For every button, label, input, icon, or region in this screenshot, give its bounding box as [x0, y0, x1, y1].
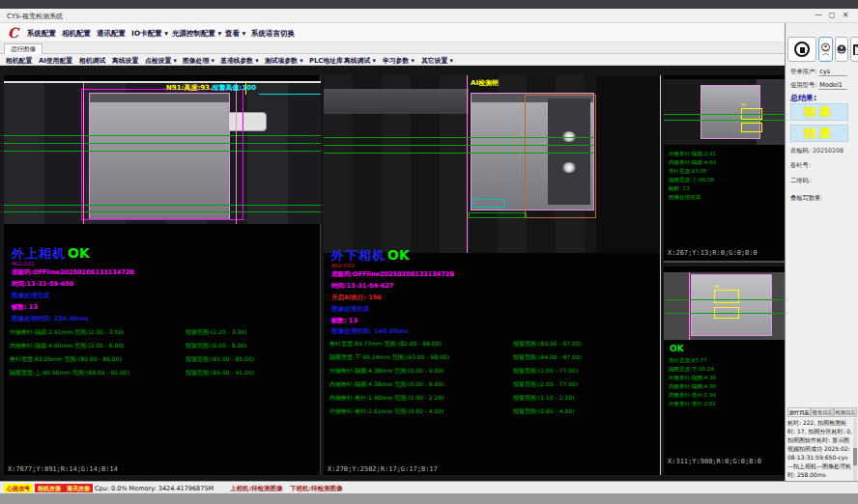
cpu-memory-readout: Cpu: 0.0% Memory: 3424.41796875M — [95, 485, 214, 492]
login-user-field[interactable]: cys — [818, 68, 847, 76]
reference-line — [324, 153, 594, 154]
model-row: 使用型号: Model1 — [790, 81, 847, 90]
measurement-value: 卷针宽度:83.05mm 范围:(80.00 - 86.00) — [10, 355, 122, 364]
user-dark-button[interactable] — [835, 37, 848, 62]
toolbar-image-process[interactable]: 图像处理 ▾ — [183, 56, 214, 66]
measurement-value: 内侧卷针-卷针:1.90mm 范围:(1.00 - 2.20) — [329, 394, 444, 403]
measurement-alarm: 报警范围:(2.20 - 3.30) — [186, 328, 246, 337]
result-line: 图像处理完成 — [669, 194, 701, 201]
menu-comm-config[interactable]: 通讯配置 — [97, 29, 126, 39]
title-bar[interactable]: CYS-视觉检测系统 —◻✕ — [0, 9, 858, 23]
exit-button[interactable] — [850, 37, 858, 62]
menu-light-config[interactable]: 光源控制配置 ▾ — [172, 29, 221, 39]
toolbar-other-settings[interactable]: 其它设置 ▾ — [421, 56, 453, 66]
login-user-row: 登录用户: cys — [790, 68, 847, 76]
yellow-detection-box — [741, 123, 762, 132]
toolbar: 相机配置 AI使用配置 相机调试 离线设置 点检设置 ▾ 图像处理 ▾ 基准线参… — [0, 54, 785, 66]
result-line: 内侧卷针-隔圈:4.38 — [669, 383, 716, 390]
camera-image-outer-upper[interactable]: N91:高度:93.报警高值:100 — [4, 81, 321, 224]
toolbar-camera-config[interactable]: 相机配置 — [6, 56, 32, 66]
measurement-alarm: 报警范围:(2.00 - 77.00) — [513, 380, 578, 389]
reference-line — [324, 137, 594, 138]
menu-system-config[interactable]: 系统配置 — [27, 29, 56, 39]
right-sidebar: 登录用户: cys 使用型号: Model1 总结果: 结果 结果 底板码: 2… — [785, 23, 858, 493]
reference-line — [664, 313, 785, 314]
user-select-button[interactable] — [818, 37, 833, 62]
toolbar-learn-params[interactable]: 学习参数 ▾ — [383, 56, 415, 66]
toolbar-spot-check[interactable]: 点检设置 ▾ — [145, 56, 177, 66]
status-bar: 心跳信号 相机连接 通讯连接 Cpu: 0.0% Memory: 3424.41… — [0, 481, 858, 493]
camera-image-outer-lower[interactable]: AI检测框 — [324, 75, 660, 253]
tab-run-image[interactable]: 运行图像 — [4, 43, 43, 54]
pixel-coordinates-readout: X:270;Y:2502;R:17;G:17;B:17 — [328, 465, 438, 473]
camera-image-inner-lower[interactable]: 95 — [664, 272, 785, 340]
toolbar-ai-config[interactable]: AI使用配置 — [39, 56, 72, 66]
ng-count-line: NG1:0/11 — [12, 261, 35, 266]
log-tab-vision[interactable]: 视觉日志 — [811, 407, 834, 417]
toolbar-plc-address[interactable]: PLC地址库 — [309, 56, 343, 66]
orange-detection-box — [525, 95, 596, 218]
reference-line — [664, 120, 785, 121]
toolbar-offline-debug[interactable]: 离线调试 ▾ — [344, 56, 376, 66]
ai-box-label: AI检测框 — [471, 78, 499, 88]
process-time-line: 图像处理时间: 140.00ms — [331, 327, 409, 336]
camera-panel-outer-upper: N91:高度:93.报警高值:100 外上相机OK NG1:0/11 底板码:O… — [4, 75, 321, 475]
ng-count-line: NG1:0/10 — [331, 263, 355, 268]
pixel-coordinates-readout: X:7677;Y:891;R:14;G:14;B:14 — [8, 465, 118, 473]
measurement-value: 隔圈宽度-上:90.56mm 范围:(88.00 - 92.00) — [10, 369, 129, 378]
toolbar-baseline-params[interactable]: 基准线参数 ▾ — [220, 56, 259, 66]
detection-box-label: 95 — [714, 284, 719, 289]
menu-language-switch[interactable]: 系统语言切换 — [251, 29, 295, 39]
machine-shadow — [596, 75, 660, 253]
reference-line — [4, 205, 321, 206]
toolbar-test-params[interactable]: 测试项参数 ▾ — [265, 56, 303, 66]
result-box-lower: 结果 — [790, 125, 848, 142]
user-icon — [820, 42, 831, 56]
ok-status: OK — [68, 245, 90, 261]
log-tab-run[interactable]: 运行日志 — [787, 407, 811, 417]
measurement-value: 外侧卷针-卷针:2.61mm 范围:(0.60 - 4.00) — [329, 407, 444, 416]
pixel-coordinates-readout: X:311;Y:980;R:0;G:0;B:0 — [668, 458, 761, 465]
result-line: 外侧卷针-隔膜:2.91 — [669, 151, 716, 157]
model-field[interactable]: Model1 — [818, 81, 847, 90]
board-code-row: 底板码: 20250208 — [790, 147, 844, 155]
window-title: CYS-视觉检测系统 — [7, 12, 63, 21]
frame-count-line: 帧数: 13 — [331, 317, 358, 325]
result-line: 卷针宽度:83.77 — [669, 357, 707, 364]
heartbeat-status-badge: 心跳信号 — [4, 484, 33, 492]
maximize-button[interactable]: ◻ — [825, 11, 839, 19]
upper-camera-status: 上相机:待检测图像 — [230, 485, 283, 493]
board-code-value: 20250208 — [813, 147, 844, 154]
toolbar-camera-debug[interactable]: 相机调试 — [79, 56, 105, 66]
board-code-line: 底板码:OFFline2025020813313472B — [12, 268, 134, 277]
exit-door-icon — [852, 43, 858, 56]
menu-camera-config[interactable]: 相机配置 — [62, 29, 91, 39]
stack-count-row: 叠板写数量: — [790, 194, 823, 203]
minimize-button[interactable]: — — [812, 11, 825, 19]
frame-count-line: 帧数: 13 — [12, 303, 38, 312]
pin-number-row: 卷针号: — [790, 161, 811, 170]
tab-strip: 运行图像 — [0, 42, 785, 54]
measurement-value: 隔圈宽度-下:95.24mm 范围:(93.00 - 98.00) — [329, 353, 449, 362]
result-line: 隔圈宽度-上:90.56 — [669, 177, 714, 183]
menu-io-config[interactable]: IO卡配置 ▾ — [131, 29, 168, 39]
measurement-alarm: 报警范围:(94.00 - 97.00) — [513, 353, 582, 362]
green-mark-box — [469, 212, 527, 218]
menu-view[interactable]: 查看 ▾ — [225, 29, 245, 39]
pixel-coordinates-readout: X:267;Y:13;R:0;G:0;B:0 — [668, 249, 758, 257]
camera-panel-inner-lower: 95 OK 卷针宽度:83.77 隔圈宽度-下:95.24 外侧卷针-隔圈:4.… — [664, 266, 785, 475]
camera-panel-inner-upper: 93 外侧卷针-隔膜:2.91 内侧卷针-隔膜:4.60 卷针宽度:83.05 … — [664, 75, 785, 263]
stack-count-label: 叠板写数量: — [790, 194, 823, 201]
toolbar-offline-setting[interactable]: 离线设置 — [112, 56, 138, 66]
pause-button[interactable] — [787, 37, 816, 62]
ok-status: OK — [670, 344, 684, 353]
time-line: 时间:13-31-59-627 — [331, 282, 393, 291]
log-tab-detect[interactable]: 检测日志 — [834, 407, 857, 417]
log-scrollbar-thumb[interactable] — [853, 448, 857, 465]
measurement-value: 内侧卷针-隔膜:4.60mm 范围:(3.00 - 6.00) — [10, 342, 125, 350]
measurement-alarm: 报警范围:(0.00 - 8.00) — [186, 342, 246, 350]
close-button[interactable]: ✕ — [839, 11, 852, 19]
window-controls: —◻✕ — [812, 11, 852, 19]
camera-image-inner-upper[interactable]: 93 — [664, 79, 785, 145]
pink-guide-line — [83, 83, 84, 224]
